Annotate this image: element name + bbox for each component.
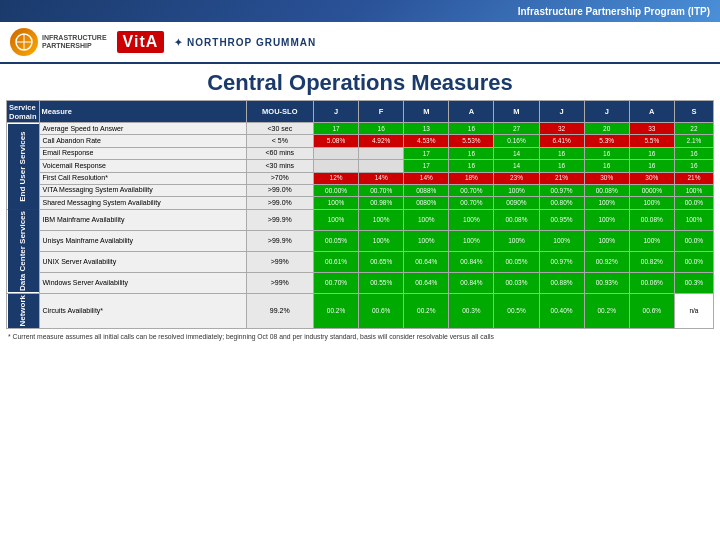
- page-title: Central Operations Measures: [207, 70, 513, 95]
- data-cell: 00.08%: [629, 209, 674, 230]
- data-cell: 00.70%: [449, 197, 494, 209]
- col-header-j3: J: [584, 101, 629, 123]
- data-cell: 00.64%: [404, 272, 449, 293]
- main-table-wrap: ServiceDomain Measure MOU-SLO J F M A M …: [0, 100, 720, 329]
- data-cell: 100%: [539, 230, 584, 251]
- data-cell: 33: [629, 123, 674, 135]
- measure-cell: First Call Resolution*: [39, 172, 246, 184]
- data-cell: 00.88%: [539, 272, 584, 293]
- data-cell: 00.6%: [629, 293, 674, 329]
- data-cell: 22: [674, 123, 713, 135]
- col-header-mou: MOU-SLO: [246, 101, 313, 123]
- data-cell: 14: [494, 147, 539, 159]
- data-cell: 00.2%: [404, 293, 449, 329]
- data-cell: 00.98%: [359, 197, 404, 209]
- data-cell: 30%: [629, 172, 674, 184]
- mou-cell: >99.9%: [246, 209, 313, 230]
- data-cell: 16: [629, 160, 674, 172]
- mou-cell: >99.0%: [246, 197, 313, 209]
- measure-cell: Windows Server Availability: [39, 272, 246, 293]
- data-cell: 17: [404, 160, 449, 172]
- data-cell: 00.08%: [584, 184, 629, 196]
- data-cell: 30%: [584, 172, 629, 184]
- measure-cell: Average Speed to Answer: [39, 123, 246, 135]
- data-cell: 32: [539, 123, 584, 135]
- data-cell: 14: [494, 160, 539, 172]
- measure-cell: UNIX Server Availability: [39, 251, 246, 272]
- service-domain-cell: Data Center Services: [7, 209, 40, 293]
- top-bar: Infrastructure Partnership Program (ITP): [0, 0, 720, 22]
- data-cell: 0.16%: [494, 135, 539, 147]
- data-cell: 100%: [584, 209, 629, 230]
- data-cell: 0000%: [629, 184, 674, 196]
- data-cell: 00.65%: [359, 251, 404, 272]
- data-cell: 00.2%: [314, 293, 359, 329]
- data-cell: 16: [674, 160, 713, 172]
- footer-note: * Current measure assumes all initial ca…: [0, 329, 720, 345]
- measure-cell: Circuits Availability*: [39, 293, 246, 329]
- vita-logo: VitA: [117, 31, 165, 53]
- data-cell: 00.5%: [494, 293, 539, 329]
- infra-logo-icon: [10, 28, 38, 56]
- data-cell: 00.0%: [674, 230, 713, 251]
- data-cell: 00.93%: [584, 272, 629, 293]
- data-cell: 00.64%: [404, 251, 449, 272]
- data-cell: 16: [449, 123, 494, 135]
- col-header-s: S: [674, 101, 713, 123]
- data-cell: 100%: [449, 230, 494, 251]
- data-cell: [314, 147, 359, 159]
- data-cell: 16: [539, 147, 584, 159]
- col-header-m2: M: [494, 101, 539, 123]
- data-cell: 14%: [359, 172, 404, 184]
- data-cell: 21%: [674, 172, 713, 184]
- data-cell: 5.53%: [449, 135, 494, 147]
- measure-cell: IBM Mainframe Availability: [39, 209, 246, 230]
- mou-cell: <30 sec: [246, 123, 313, 135]
- data-cell: 16: [584, 160, 629, 172]
- data-cell: 100%: [629, 197, 674, 209]
- measure-cell: Shared Messaging System Availability: [39, 197, 246, 209]
- service-domain-cell: Network: [7, 293, 40, 329]
- logo-bar: INFRASTRUCTUREPARTNERSHIP VitA ✦ NORTHRO…: [0, 22, 720, 64]
- data-cell: 21%: [539, 172, 584, 184]
- data-cell: 00.03%: [494, 272, 539, 293]
- data-cell: 16: [449, 147, 494, 159]
- data-cell: 00.0%: [674, 251, 713, 272]
- mou-cell: >99%: [246, 272, 313, 293]
- data-cell: 00.92%: [584, 251, 629, 272]
- data-cell: 17: [314, 123, 359, 135]
- mou-cell: 99.2%: [246, 293, 313, 329]
- data-cell: 18%: [449, 172, 494, 184]
- measure-cell: Unisys Mainframe Availability: [39, 230, 246, 251]
- data-cell: 0088%: [404, 184, 449, 196]
- data-cell: 00.08%: [494, 209, 539, 230]
- ng-logo: ✦ NORTHROP GRUMMAN: [174, 37, 316, 48]
- col-header-j2: J: [539, 101, 584, 123]
- data-cell: 00.95%: [539, 209, 584, 230]
- data-cell: 100%: [674, 209, 713, 230]
- measure-cell: Call Abandon Rate: [39, 135, 246, 147]
- data-cell: [314, 160, 359, 172]
- data-cell: 00.3%: [449, 293, 494, 329]
- col-header-measure: Measure: [39, 101, 246, 123]
- data-cell: 100%: [494, 230, 539, 251]
- data-cell: 100%: [449, 209, 494, 230]
- data-cell: 5.3%: [584, 135, 629, 147]
- mou-cell: < 5%: [246, 135, 313, 147]
- data-cell: 100%: [404, 209, 449, 230]
- data-cell: 0080%: [404, 197, 449, 209]
- data-cell: [359, 160, 404, 172]
- data-cell: 100%: [359, 230, 404, 251]
- data-cell: 100%: [404, 230, 449, 251]
- data-cell: 00.70%: [449, 184, 494, 196]
- data-cell: 00.40%: [539, 293, 584, 329]
- mou-cell: >99.9%: [246, 230, 313, 251]
- data-cell: 00.05%: [314, 230, 359, 251]
- data-cell: 100%: [359, 209, 404, 230]
- data-cell: 5.08%: [314, 135, 359, 147]
- data-cell: 12%: [314, 172, 359, 184]
- measure-cell: Voicemail Response: [39, 160, 246, 172]
- col-header-j1: J: [314, 101, 359, 123]
- data-cell: 2.1%: [674, 135, 713, 147]
- data-cell: 16: [629, 147, 674, 159]
